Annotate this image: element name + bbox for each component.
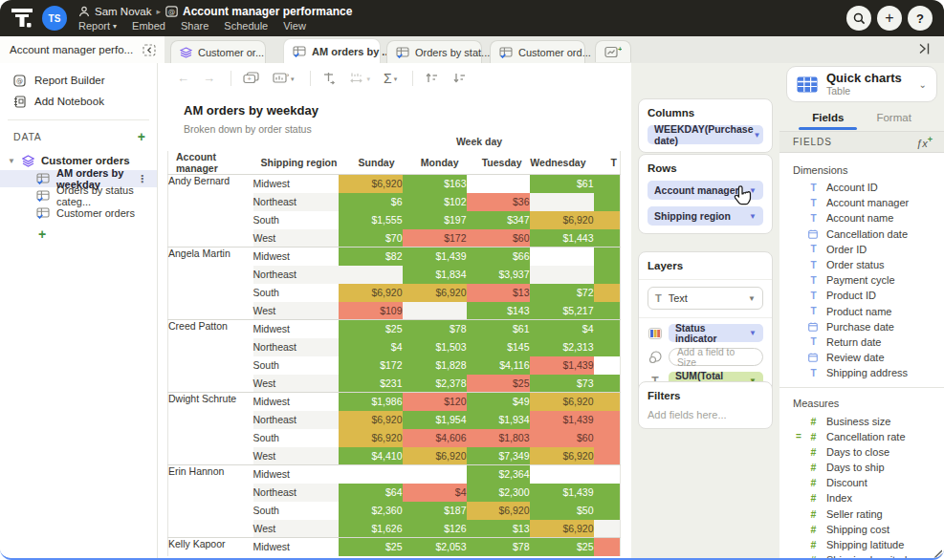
region-cell[interactable]: Midwest xyxy=(253,393,339,411)
pivot-value-cell[interactable]: $2,378 xyxy=(403,375,467,393)
chevron-down-icon[interactable]: ▼ xyxy=(749,329,757,337)
pivot-value-cell[interactable]: $172 xyxy=(403,229,467,248)
dimension-item[interactable]: TOrder status xyxy=(779,257,944,272)
tree-item[interactable]: Customer orders xyxy=(0,205,157,222)
pivot-value-cell[interactable]: $1,934 xyxy=(467,411,530,429)
pivot-value-cell[interactable] xyxy=(594,338,621,356)
chevron-down-icon[interactable]: ▼ xyxy=(753,131,760,140)
pivot-value-cell[interactable] xyxy=(403,465,467,484)
tree-item[interactable]: Orders by status categ... xyxy=(0,187,157,205)
pivot-value-cell[interactable]: $1,439 xyxy=(530,484,594,502)
pivot-value-cell[interactable]: $25 xyxy=(339,538,403,556)
pivot-value-cell[interactable]: $82 xyxy=(339,248,403,266)
pivot-value-cell[interactable]: $4 xyxy=(403,484,467,502)
item-menu-icon[interactable]: ⋮ xyxy=(137,173,147,185)
measure-item[interactable]: #Seller rating xyxy=(779,506,944,522)
pivot-value-cell[interactable]: $1,443 xyxy=(530,229,594,248)
region-cell[interactable]: Midwest xyxy=(253,320,339,338)
chevron-down-icon[interactable]: ▼ xyxy=(8,157,15,165)
pivot-value-cell[interactable]: $4,116 xyxy=(467,356,530,375)
pivot-value-cell[interactable] xyxy=(594,356,621,375)
pivot-value-cell[interactable] xyxy=(530,266,594,284)
pivot-value-cell[interactable]: $25 xyxy=(339,320,403,338)
redo-button[interactable]: → xyxy=(203,71,215,85)
chart-type-selector[interactable]: Quick charts Table ⌄ xyxy=(786,66,937,102)
pivot-value-cell[interactable]: $6,920 xyxy=(339,411,403,429)
rows-field-pill-shipping-region[interactable]: Shipping region ▼ xyxy=(648,206,763,226)
pivot-value-cell[interactable]: $25 xyxy=(467,375,530,393)
measure-item[interactable]: #Days to close xyxy=(779,444,944,460)
undo-button[interactable]: ← xyxy=(177,71,189,85)
pivot-value-cell[interactable] xyxy=(339,465,403,484)
measure-item[interactable]: =#Cancellation rate xyxy=(779,429,944,444)
pivot-value-cell[interactable]: $49 xyxy=(467,393,530,411)
region-cell[interactable]: West xyxy=(253,375,339,393)
dimension-item[interactable]: TPayment cycle xyxy=(779,272,944,288)
day-column-header[interactable]: Monday xyxy=(403,151,467,175)
breadcrumb-user[interactable]: Sam Novak xyxy=(95,6,151,17)
region-cell[interactable]: South xyxy=(253,211,339,229)
menu-share[interactable]: Share xyxy=(181,20,209,32)
region-cell[interactable]: South xyxy=(253,429,339,447)
pivot-value-cell[interactable] xyxy=(594,375,621,393)
pivot-value-cell[interactable] xyxy=(594,520,621,538)
measure-item[interactable]: #Shipping cost xyxy=(779,522,944,537)
pivot-value-cell[interactable] xyxy=(594,429,621,447)
tab-3[interactable]: Customer ord... xyxy=(490,40,585,63)
sidebar-item-report-builder[interactable]: @ Report Builder xyxy=(0,71,157,90)
pivot-value-cell[interactable] xyxy=(594,284,621,302)
region-cell[interactable]: Northeast xyxy=(253,484,339,502)
manager-cell[interactable]: Kelly Kapoor xyxy=(168,538,253,556)
pivot-value-cell[interactable]: $4,606 xyxy=(403,429,467,447)
pivot-value-cell[interactable]: $1,439 xyxy=(530,411,594,429)
pivot-value-cell[interactable] xyxy=(594,484,621,502)
add-button[interactable]: + xyxy=(877,6,902,31)
filters-placeholder[interactable]: Add fields here... xyxy=(648,409,763,420)
pivot-value-cell[interactable]: $1,828 xyxy=(403,356,467,375)
tab-format[interactable]: Format xyxy=(876,105,911,130)
pivot-value-cell[interactable]: $64 xyxy=(339,484,403,502)
pivot-value-cell[interactable]: $1,834 xyxy=(403,266,467,284)
add-data-icon[interactable]: + xyxy=(138,130,145,143)
resize-handle[interactable] xyxy=(933,549,942,558)
pivot-value-cell[interactable]: $3,937 xyxy=(467,266,530,284)
day-column-header[interactable]: Wednesday xyxy=(530,151,594,175)
pivot-value-cell[interactable]: $4 xyxy=(339,338,403,356)
manager-cell[interactable]: Dwight Schrute xyxy=(168,393,253,465)
pivot-value-cell[interactable]: $36 xyxy=(467,193,530,211)
pivot-value-cell[interactable] xyxy=(594,465,621,484)
dimension-item[interactable]: TReturn date xyxy=(779,334,944,350)
add-chart-icon[interactable]: + xyxy=(0,226,157,243)
pivot-value-cell[interactable]: $1,954 xyxy=(403,411,467,429)
pivot-value-cell[interactable]: $6,920 xyxy=(530,393,594,411)
pivot-value-cell[interactable]: $66 xyxy=(467,248,530,266)
pivot-value-cell[interactable]: $6,920 xyxy=(530,211,594,229)
dimension-item[interactable]: Cancellation date xyxy=(779,226,944,242)
help-button[interactable]: ? xyxy=(908,6,933,31)
region-cell[interactable]: West xyxy=(253,229,339,248)
pivot-value-cell[interactable]: $78 xyxy=(467,538,530,556)
region-cell[interactable]: Northeast xyxy=(253,193,339,211)
pivot-value-cell[interactable] xyxy=(594,193,621,211)
chevron-down-icon[interactable]: ▼ xyxy=(749,186,757,195)
tab-2[interactable]: Orders by stat... xyxy=(386,40,482,63)
region-cell[interactable]: West xyxy=(253,447,339,465)
menu-embed[interactable]: Embed xyxy=(132,20,165,32)
dimension-item[interactable]: Review date xyxy=(779,350,944,365)
dimension-item[interactable]: Purchase date xyxy=(779,319,944,334)
pivot-value-cell[interactable] xyxy=(467,175,530,193)
pivot-value-cell[interactable] xyxy=(594,447,621,465)
menu-report[interactable]: Report ▾ xyxy=(78,20,117,32)
pivot-value-cell[interactable] xyxy=(530,465,594,484)
pivot-value-cell[interactable]: $50 xyxy=(530,502,594,520)
pivot-value-cell[interactable] xyxy=(594,302,621,320)
pivot-value-cell[interactable]: $109 xyxy=(339,302,403,320)
pivot-value-cell[interactable]: $72 xyxy=(530,284,594,302)
pivot-value-cell[interactable]: $347 xyxy=(467,211,530,229)
pivot-value-cell[interactable] xyxy=(339,266,403,284)
measure-item[interactable]: #Shipping longitude xyxy=(779,552,944,560)
pivot-value-cell[interactable]: $5,217 xyxy=(530,302,594,320)
pivot-value-cell[interactable] xyxy=(594,411,621,429)
pivot-value-cell[interactable]: $197 xyxy=(403,211,467,229)
pivot-value-cell[interactable]: $2,313 xyxy=(530,338,594,356)
